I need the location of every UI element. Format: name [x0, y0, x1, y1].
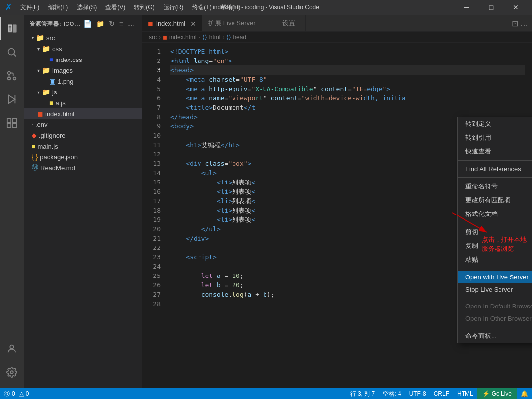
svg-rect-9 — [13, 119, 16, 122]
tree-item-src[interactable]: ▾ 📁 src — [24, 32, 142, 43]
tree-item-packagejson[interactable]: { } package.json — [24, 152, 142, 162]
tree-item-readme[interactable]: Ⓜ ReadMe.md — [24, 162, 142, 173]
tab-settings[interactable]: 设置 — [276, 15, 306, 31]
tree-item-ajs[interactable]: ■ a.js — [24, 97, 142, 108]
golive-button[interactable]: ⚡ Go Live — [477, 388, 517, 399]
ctx-goto-references[interactable]: 转到引用 Shift+F12 — [458, 131, 532, 145]
code-line-2: <html lang="en"> — [170, 56, 525, 65]
ctx-format[interactable]: 格式化文档 Shift+Alt+F — [458, 207, 532, 221]
tree-item-gitignore[interactable]: ◆ .gitignore — [24, 130, 142, 141]
statusbar-encoding[interactable]: UTF-8 — [405, 388, 430, 399]
ctx-goto-definition[interactable]: 转到定义 F12 — [458, 117, 532, 131]
ctx-copy[interactable]: 复制 Ctrl+C — [458, 239, 532, 253]
new-folder-button[interactable]: 📁 — [95, 19, 106, 29]
breadcrumb: src › ◼ index.html › ⟨⟩ html › ⟨⟩ head — [142, 32, 532, 43]
more-button[interactable]: … — [127, 19, 136, 29]
titlebar-menu: 文件(F) 编辑(E) 选择(S) 查看(V) 转到(G) 运行(R) 终端(T… — [16, 2, 244, 13]
tab-indexhtml[interactable]: ◼ index.html ✕ — [142, 15, 202, 31]
ctx-paste[interactable]: 粘贴 Ctrl+V — [458, 253, 532, 267]
maximize-button[interactable]: □ — [480, 0, 502, 15]
ctx-sep-5 — [458, 298, 532, 298]
ctx-stop-live-server[interactable]: Stop Live Server Alt+L Alt+C — [458, 283, 532, 296]
sidebar-actions: 📄 📁 ↻ ≡ … — [82, 19, 136, 29]
breadcrumb-indexhtml[interactable]: index.html — [169, 34, 197, 41]
statusbar-language[interactable]: HTML — [453, 388, 477, 399]
minimize-button[interactable]: ─ — [455, 0, 478, 15]
sidebar: 资源管理器: ICO... 📄 📁 ↻ ≡ … ▾ 📁 src ▾ 📁 — [24, 15, 142, 388]
statusbar-eol[interactable]: CRLF — [430, 388, 453, 399]
sidebar-header: 资源管理器: ICO... 📄 📁 ↻ ≡ … — [24, 15, 142, 32]
split-editor-button[interactable]: ⊡ — [512, 19, 518, 28]
tab-liveserver[interactable]: 扩展 Live Server — [202, 15, 276, 31]
tree-item-indexhtml[interactable]: ◼ index.html — [24, 108, 142, 119]
code-line-4: <meta charset="UTF-8" — [170, 75, 525, 84]
ctx-sep-4 — [458, 269, 532, 269]
ctx-open-default-browser[interactable]: Open In Default Browser Alt+B — [458, 300, 532, 312]
activitybar-account[interactable] — [0, 337, 24, 361]
svg-point-13 — [10, 371, 13, 374]
sidebar-title: 资源管理器: ICO... — [30, 20, 80, 28]
statusbar-notifications[interactable]: 🔔 — [517, 388, 532, 399]
tree-item-css[interactable]: ▾ 📁 css — [24, 43, 142, 54]
activitybar-search[interactable] — [0, 40, 24, 64]
ctx-open-other-browsers[interactable]: Open In Other Browsers Shift+Alt+B — [458, 312, 532, 325]
mainjs-file-icon: ■ — [32, 142, 35, 150]
ctx-rename[interactable]: 重命名符号 F2 — [458, 180, 532, 193]
window-title: index.html - icoding - Visual Studio Cod… — [213, 4, 319, 11]
tree-item-env[interactable]: · .env — [24, 119, 142, 130]
close-button[interactable]: ✕ — [504, 0, 527, 15]
image-file-icon: ▣ — [49, 77, 56, 85]
tree-item-js[interactable]: ▾ 📁 js — [24, 87, 142, 97]
svg-rect-11 — [13, 124, 16, 127]
new-file-button[interactable]: 📄 — [82, 19, 93, 29]
statusbar-errors[interactable]: ⓪ 0 △ 0 — [0, 388, 33, 399]
activitybar-extensions[interactable] — [0, 111, 24, 135]
golive-icon: ⚡ — [482, 390, 490, 397]
extensions-icon — [6, 118, 17, 128]
search-icon — [6, 47, 17, 58]
tree-item-images[interactable]: ▾ 📁 images — [24, 65, 142, 76]
tab-close-button[interactable]: ✕ — [190, 20, 196, 28]
breadcrumb-html[interactable]: html — [209, 34, 221, 41]
statusbar-right: 行 3, 列 7 空格: 4 UTF-8 CRLF HTML ⚡ Go Live… — [346, 388, 532, 399]
ctx-peek[interactable]: 快速查看 › — [458, 145, 532, 158]
activitybar-git[interactable] — [0, 64, 24, 88]
breadcrumb-head[interactable]: head — [233, 34, 246, 41]
titlebar-left: ✗ 文件(F) 编辑(E) 选择(S) 查看(V) 转到(G) 运行(R) 终端… — [5, 2, 244, 13]
more-actions-button[interactable]: … — [520, 19, 528, 28]
menu-terminal[interactable]: 终端(T) — [188, 2, 215, 13]
activitybar-explorer[interactable] — [0, 17, 24, 40]
svg-rect-8 — [7, 119, 11, 122]
ctx-sep-6 — [458, 327, 532, 327]
ctx-cut[interactable]: 剪切 Ctrl+X — [458, 225, 532, 239]
tree-item-indexcss[interactable]: ■ index.css — [24, 54, 142, 65]
menu-select[interactable]: 选择(S) — [73, 2, 100, 13]
collapse-button[interactable]: ≡ — [118, 19, 125, 29]
ctx-sep-2 — [458, 177, 532, 178]
ctx-open-live-server[interactable]: Open with Live Server Alt+L Alt+O — [458, 271, 532, 283]
statusbar-line-col[interactable]: 行 3, 列 7 — [346, 388, 379, 399]
ctx-command-palette[interactable]: 命令面板... Ctrl+Shift+P — [458, 329, 532, 343]
activitybar-run[interactable] — [0, 88, 24, 111]
tab-html-icon: ◼ — [148, 20, 153, 27]
golive-label: Go Live — [492, 390, 512, 397]
svg-point-12 — [10, 345, 13, 349]
menu-view[interactable]: 查看(V) — [101, 2, 129, 13]
statusbar: ⓪ 0 △ 0 行 3, 列 7 空格: 4 UTF-8 CRLF HTML ⚡… — [0, 388, 532, 399]
window-controls: ─ □ ✕ — [455, 0, 527, 15]
breadcrumb-src[interactable]: src — [149, 34, 157, 41]
ctx-change-all[interactable]: 更改所有匹配项 Ctrl+F2 — [458, 193, 532, 207]
refresh-button[interactable]: ↻ — [108, 19, 116, 29]
menu-file[interactable]: 文件(F) — [16, 2, 43, 13]
menu-edit[interactable]: 编辑(E) — [44, 2, 72, 13]
svg-line-2 — [14, 54, 16, 56]
menu-run[interactable]: 运行(R) — [160, 2, 188, 13]
ctx-sep-3 — [458, 223, 532, 223]
tree-item-mainjs[interactable]: ■ main.js — [24, 141, 142, 152]
json-file-icon: { } — [32, 153, 38, 161]
statusbar-spaces[interactable]: 空格: 4 — [379, 388, 405, 399]
activitybar-settings[interactable] — [0, 361, 24, 384]
menu-goto[interactable]: 转到(G) — [130, 2, 158, 13]
tree-item-1png[interactable]: ▣ 1.png — [24, 76, 142, 87]
ctx-find-references[interactable]: Find All References Shift+Alt+F12 — [458, 163, 532, 175]
